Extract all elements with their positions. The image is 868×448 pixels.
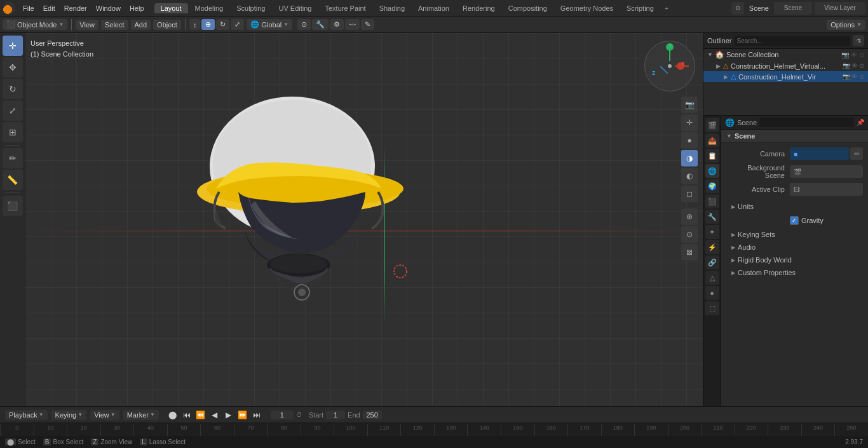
props-physics-tab[interactable]: ⚡ [705,240,719,254]
record-btn[interactable]: ⬤ [168,410,178,420]
viewport-camera-icon[interactable]: 📷 [681,97,698,113]
view-menu[interactable]: View [76,20,98,30]
item1-restrict-icon[interactable]: ⊙ [859,73,864,80]
tab-rendering[interactable]: Rendering [456,3,501,13]
scene-collection-row[interactable]: ▼ 🏠 Scene Collection 📷 👁 ⊙ [703,49,868,60]
start-frame-input[interactable]: 1 [326,411,345,419]
transform-tool[interactable]: ⊞ [3,122,23,142]
jump-to-start-btn[interactable]: ⏮ [182,410,192,420]
viewport-gizmo-toggle[interactable]: ⊕ [681,208,698,225]
outliner-item-1[interactable]: ▶ △ Construction_Helmet_Vir 📷 👁 ⊙ [703,71,868,82]
item0-restrict-icon[interactable]: ⊙ [859,62,864,69]
props-render-tab[interactable]: 🎬 [705,118,719,132]
item1-eye-icon[interactable]: 👁 [851,73,858,80]
audio-item[interactable]: ▶ Audio [721,241,868,254]
item0-camera-icon[interactable]: 📷 [843,62,850,69]
gravity-checkbox[interactable]: ✓ [790,216,799,225]
move-tool[interactable]: ✥ [3,57,23,78]
object-mode-dropdown[interactable]: ⬛ Object Mode ▼ [3,19,67,30]
tab-layout[interactable]: Layout [154,3,188,13]
props-texture-tab[interactable]: ⬚ [705,301,719,315]
active-workspace-icon[interactable]: ⊙ [731,2,744,15]
cursor-tool[interactable]: ✛ [3,36,23,56]
viewport-shading-rendered[interactable]: ● [681,132,698,149]
step-forward-btn[interactable]: ⏩ [238,410,248,420]
outliner-search-input[interactable] [735,36,850,46]
tab-animation[interactable]: Animation [412,3,456,13]
tab-shading[interactable]: Shading [373,3,411,13]
scale-btn[interactable]: ⤢ [231,19,244,30]
add-menu[interactable]: Add [131,20,151,30]
add-cube-tool[interactable]: ⬛ [3,196,23,216]
keying-sets-item[interactable]: ▶ Keying Sets [721,228,868,241]
scene-section-header[interactable]: ▼ Scene [721,130,868,143]
item1-camera-icon[interactable]: 📷 [843,73,850,80]
viewport-shading-solid[interactable]: ◐ [681,168,698,184]
timeline-ruler[interactable]: 0 10 20 30 40 50 60 70 80 90 100 110 120… [0,423,868,436]
units-item[interactable]: ▶ Units [721,200,868,213]
extra-btn[interactable]: 〰 [345,19,360,30]
custom-props-item[interactable]: ▶ Custom Properties [721,266,868,279]
view-dropdown[interactable]: View ▼ [90,410,119,420]
add-workspace-btn[interactable]: + [661,3,672,13]
active-clip-value[interactable]: 🎞 [790,183,863,196]
tab-geometry-nodes[interactable]: Geometry Nodes [554,3,620,13]
annotate-tool[interactable]: ✏ [3,148,23,168]
background-scene-value[interactable]: 🎬 [790,165,863,178]
props-particles-tab[interactable]: ✦ [705,225,719,239]
rotate-btn[interactable]: ↻ [216,19,229,30]
props-objectdata-tab[interactable]: △ [705,271,719,285]
item0-eye-icon[interactable]: 👁 [851,62,858,69]
options-btn[interactable]: Options ▼ [827,20,865,30]
scene-icon[interactable]: Scene [774,2,812,15]
tab-compositing[interactable]: Compositing [502,3,553,13]
transform-mode-btn[interactable]: ↕ [189,19,201,30]
sc-action-restrict[interactable]: ⊙ [859,51,864,58]
props-search-input[interactable] [759,118,854,127]
current-frame-input[interactable]: 1 [271,411,294,419]
translate-btn[interactable]: ⊕ [201,19,215,30]
props-constraints-tab[interactable]: 🔗 [705,255,719,269]
menu-window[interactable]: Window [92,3,125,13]
props-pin-icon[interactable]: 📌 [857,119,864,126]
marker-dropdown[interactable]: Marker ▼ [123,410,159,420]
viewport-overlay-toggle[interactable]: ⊙ [681,226,698,243]
camera-edit-btn[interactable]: ✏ [850,147,863,160]
camera-value[interactable]: ■ [790,147,849,160]
end-frame-input[interactable]: 250 [363,411,382,419]
viewport-xray-toggle[interactable]: ⊠ [681,244,698,261]
object-menu[interactable]: Object [153,20,181,30]
viewport[interactable]: User Perspective (1) Scene Collection [25,33,703,406]
playback-dropdown[interactable]: Playback ▼ [5,410,48,420]
rigid-body-item[interactable]: ▶ Rigid Body World [721,254,868,266]
snap-options-btn[interactable]: ⚙ [330,19,344,30]
view-layer-icon[interactable]: View Layer [815,2,865,15]
annotations-btn[interactable]: ✎ [361,19,374,30]
tab-texture-paint[interactable]: Texture Paint [318,3,372,13]
play-btn[interactable]: ▶ [224,410,234,420]
outliner-item-0[interactable]: ▶ △ Construction_Helmet_Virtual... 📷 👁 ⊙ [703,60,868,71]
props-modifier-tab[interactable]: 🔧 [705,210,719,224]
proportional-edit-btn[interactable]: ⊙ [297,19,311,30]
props-viewlayer-tab[interactable]: 📋 [705,149,719,163]
props-object-tab[interactable]: ⬛ [705,194,719,208]
scale-tool[interactable]: ⤢ [3,100,23,121]
tab-scripting[interactable]: Scripting [620,3,660,13]
sc-action-camera[interactable]: 📷 [841,51,849,58]
jump-to-end-btn[interactable]: ⏭ [252,410,262,420]
outliner-filter-btn[interactable]: ⚗ [853,35,864,46]
menu-render[interactable]: Render [60,3,91,13]
viewport-shading-material[interactable]: ◑ [681,150,698,166]
viewport-gizmo[interactable]: X Y Z [644,41,695,92]
menu-help[interactable]: Help [126,3,148,13]
tab-sculpting[interactable]: Sculpting [230,3,271,13]
measure-tool[interactable]: 📏 [3,170,23,190]
tab-modeling[interactable]: Modeling [189,3,230,13]
play-reverse-btn[interactable]: ◀ [210,410,220,420]
transform-global-dropdown[interactable]: 🌐 Global ▼ [247,19,292,30]
snap-btn[interactable]: 🔧 [312,19,329,30]
props-output-tab[interactable]: 📤 [705,133,719,147]
sc-action-eye[interactable]: 👁 [851,51,857,58]
keying-dropdown[interactable]: Keying ▼ [51,410,87,420]
props-material-tab[interactable]: ● [705,286,719,300]
